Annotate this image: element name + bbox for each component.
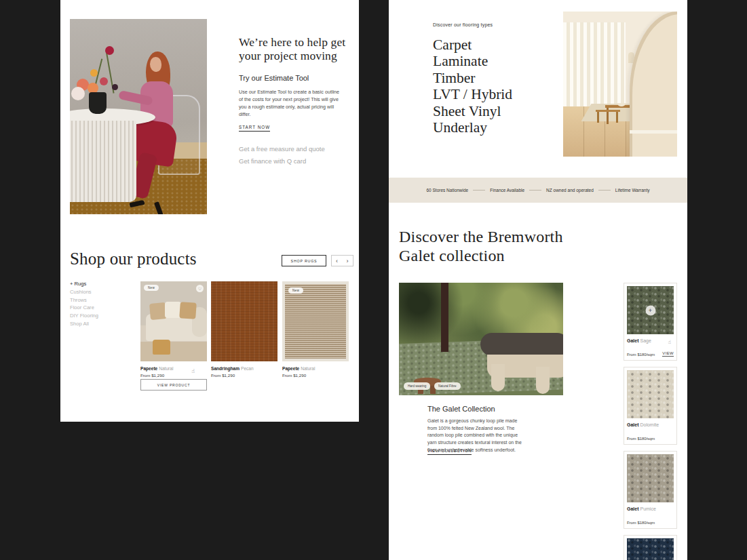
flooring-eyebrow: Discover our flooring types (433, 22, 493, 27)
finance-link[interactable]: Get finance with Q card (239, 157, 351, 165)
product-card-sandringham[interactable]: Sandringham Pecan From $1,290 (211, 281, 277, 378)
hero-heading: We’re here to help get your project movi… (239, 35, 351, 63)
collection-heading-line1: Discover the Bremworth (399, 228, 563, 247)
carousel-next-button[interactable]: › (342, 255, 353, 266)
category-list: + Rugs Cushions Throws Floor Care DIY Fl… (70, 280, 98, 328)
right-page-panel: Discover our flooring types Carpet Lamin… (389, 0, 687, 560)
flooring-type-timber[interactable]: Timber (433, 70, 512, 86)
swatch-variant: Dolomite (640, 422, 659, 427)
chevron-right-icon: › (347, 258, 349, 264)
hero-woman-face (150, 57, 161, 72)
product-name: Papeete Natural (140, 366, 207, 371)
trust-item-stores: 60 Stores Nationwide (426, 188, 468, 193)
swatch-name-main: Galet (627, 338, 639, 343)
product-name: Papeete Natural (282, 366, 349, 371)
room-arch-wall (630, 12, 677, 157)
trust-separator (598, 190, 611, 191)
flooring-type-lvt-hybrid[interactable]: LVT / Hybrid (433, 86, 512, 102)
swatch-name: Galet Sage (627, 338, 674, 343)
swatch-name: Galet Pumice (627, 506, 674, 511)
wishlist-heart-icon[interactable]: ♡ (196, 285, 204, 292)
trust-separator (529, 190, 541, 191)
product-variant: Natural (159, 366, 173, 371)
category-item-cushions[interactable]: Cushions (70, 288, 98, 296)
category-item-diy-flooring[interactable]: DIY Flooring (70, 312, 98, 320)
swatch-name-main: Galet (627, 422, 639, 427)
swatch-card-galet-sage[interactable]: + Galet Sage ☝ From $180/sqm VIEW (624, 283, 677, 361)
flooring-type-carpet[interactable]: Carpet (433, 37, 512, 53)
product-card-papeete-2[interactable]: New Papeete Natural From $1,290 (282, 281, 349, 378)
swatch-image-navy (627, 538, 674, 560)
collection-heading-line2: Galet collection (399, 247, 563, 266)
sofa-pillow (179, 302, 197, 319)
product-price: From $1,290 (282, 373, 349, 378)
product-image-jute-rug: New (282, 281, 349, 361)
category-item-shop-all[interactable]: Shop All (70, 320, 98, 328)
galet-collection-title: The Galet Collection (427, 405, 495, 413)
estimate-tool-body: Use our Estimate Tool to create a basic … (239, 88, 342, 119)
swatch-image-pumice (627, 454, 674, 502)
start-now-link[interactable]: START NOW (239, 125, 270, 132)
page-background: We’re here to help get your project movi… (0, 0, 747, 560)
new-badge: New (288, 287, 303, 294)
product-name: Sandringham Pecan (211, 366, 277, 371)
product-image-sofa: New ♡ (140, 281, 207, 361)
swatch-card-galet-navy[interactable] (624, 535, 677, 560)
galet-wood-post (441, 283, 448, 352)
room-skirting (630, 130, 677, 134)
new-badge: New (144, 285, 159, 291)
flooring-type-underlay[interactable]: Underlay (433, 119, 512, 136)
product-price: From $1,290 (211, 373, 277, 378)
category-item-rugs[interactable]: + Rugs (70, 280, 98, 288)
hero-flower (112, 84, 118, 90)
room-bench-leg (616, 112, 618, 123)
swatch-name: Galet Dolomite (627, 422, 674, 427)
swatch-card-galet-dolomite[interactable]: Galet Dolomite From $180/sqm (624, 367, 677, 445)
swatch-card-galet-pumice[interactable]: Galet Pumice From $180/sqm (624, 451, 677, 529)
carousel-prev-button[interactable]: ‹ (331, 255, 343, 266)
trust-item-nz-owned: NZ owned and operated (546, 188, 594, 193)
swatch-view-link[interactable]: VIEW (662, 351, 674, 357)
room-table-leg (607, 106, 609, 124)
room-bench (596, 110, 620, 112)
swatch-name-main: Galet (627, 506, 639, 511)
cursor-hand-icon: ☝ (668, 339, 671, 345)
hero-copy: We’re here to help get your project movi… (239, 35, 351, 165)
free-measure-link[interactable]: Get a free measure and quote (239, 145, 351, 153)
trust-item-finance: Finance Available (490, 188, 524, 193)
swatch-footer: From $180/sqm (627, 437, 674, 441)
galet-bench-cushion (480, 333, 563, 356)
natural-fibre-badge: Natural Fibre (434, 382, 461, 390)
swatch-image-sage: + (627, 286, 674, 334)
hero-vase (89, 92, 107, 114)
hero-flower (100, 77, 108, 85)
estimate-tool-title: Try our Estimate Tool (239, 74, 351, 82)
hero-flower (105, 46, 114, 55)
chevron-left-icon: ‹ (336, 258, 338, 264)
plus-icon[interactable]: + (645, 305, 655, 315)
product-name-main: Papeete (140, 366, 157, 371)
view-product-button[interactable]: VIEW PRODUCT (140, 379, 207, 391)
room-bench-leg (597, 112, 599, 123)
room-photo-arch-interior (563, 12, 677, 157)
product-name-main: Papeete (282, 366, 299, 371)
flooring-type-sheet-vinyl[interactable]: Sheet Vinyl (433, 103, 512, 119)
product-image-rust-rug (211, 281, 277, 361)
swatch-image-dolomite (627, 370, 674, 418)
product-variant: Pecan (241, 366, 254, 371)
swatch-footer: From $180/sqm (627, 521, 674, 525)
swatch-variant: Pumice (640, 506, 655, 511)
cursor-hand-icon: ☝ (191, 368, 195, 374)
side-table (153, 340, 170, 355)
flooring-type-list: Carpet Laminate Timber LVT / Hybrid Shee… (433, 37, 512, 136)
hero-table-base (70, 121, 136, 202)
flooring-type-laminate[interactable]: Laminate (433, 53, 512, 69)
product-card-papeete-1[interactable]: New ♡ Papeete Natural From $1,290 ☝ (140, 281, 207, 378)
room-curtain (563, 22, 626, 111)
category-item-floor-care[interactable]: Floor Care (70, 304, 98, 312)
shop-rugs-button[interactable]: SHOP RUGS (282, 255, 326, 266)
shop-products-title: Shop our products (70, 249, 197, 268)
category-item-throws[interactable]: Throws (70, 296, 98, 304)
view-collection-link[interactable]: VIEW COLLECTION (427, 449, 472, 455)
galet-collection-photo: Hard wearing Natural Fibre (399, 283, 563, 395)
